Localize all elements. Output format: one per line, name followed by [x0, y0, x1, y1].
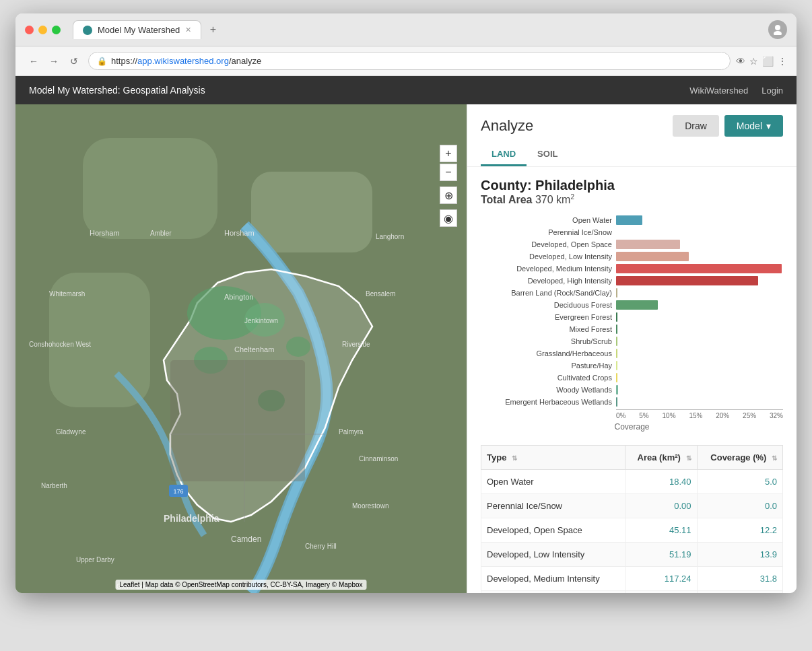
svg-rect-12 [170, 360, 305, 481]
chart-bar-label: Developed, Open Space [481, 240, 612, 248]
svg-text:Cheltenham: Cheltenham [234, 345, 274, 353]
eye-icon[interactable]: 👁 [736, 56, 745, 67]
active-tab[interactable]: Model My Watershed ✕ [73, 20, 201, 39]
chart-bar-fill [616, 215, 642, 225]
zoom-in-button[interactable]: + [440, 145, 457, 162]
maximize-button[interactable] [52, 26, 61, 34]
analysis-panel: Analyze Draw Model ▾ LAND SOIL [467, 104, 797, 593]
cast-icon[interactable]: ⬜ [762, 56, 774, 67]
locate-button[interactable]: ⊕ [440, 186, 457, 204]
forward-button[interactable]: → [45, 53, 63, 70]
wikiswatershed-link[interactable]: WikiWatershed [689, 85, 748, 96]
marker-button[interactable]: ◉ [440, 209, 457, 227]
cell-coverage: 0.0 [697, 494, 782, 518]
login-link[interactable]: Login [762, 85, 783, 96]
chart-bar-fill [616, 264, 782, 273]
tab-title: Model My Watershed [98, 25, 180, 35]
county-name: County: Philadelphia [481, 178, 783, 193]
cell-coverage: 31.8 [697, 567, 782, 591]
draw-button[interactable]: Draw [673, 115, 719, 137]
reload-button[interactable]: ↺ [65, 53, 83, 70]
tab-land[interactable]: LAND [481, 143, 527, 166]
chart-bar-area [616, 264, 783, 273]
chart-bar-label: Shrub/Scrub [481, 337, 612, 345]
chart-bar-row: Mixed Forest [481, 324, 783, 334]
chart-bar-fill [616, 312, 617, 322]
col-coverage[interactable]: Coverage (%) ⇅ [697, 446, 782, 470]
chart-bar-label: Developed, Medium Intensity [481, 265, 612, 273]
tab-soil[interactable]: SOIL [527, 143, 568, 166]
col-area[interactable]: Area (km²) ⇅ [625, 446, 697, 470]
svg-rect-5 [251, 172, 372, 252]
chart-x-label: Coverage [481, 422, 783, 432]
chart-bar-fill [616, 252, 689, 261]
chart-bar-label: Open Water [481, 216, 612, 224]
svg-text:Langhorn: Langhorn [376, 233, 404, 240]
chart-bars: Open WaterPerennial Ice/SnowDeveloped, O… [481, 215, 783, 407]
close-button[interactable] [25, 26, 34, 34]
address-actions: 👁 ☆ ⬜ ⋮ [736, 56, 787, 67]
svg-text:Palmyra: Palmyra [339, 428, 364, 436]
chart-bar-area [616, 252, 783, 261]
chart-bar-label: Deciduous Forest [481, 301, 612, 309]
cell-area: 51.19 [625, 543, 697, 567]
chart-bar-fill [616, 300, 658, 310]
chart-bar-row: Perennial Ice/Snow [481, 228, 783, 237]
new-tab-button[interactable]: + [205, 22, 220, 37]
main-layout: Horsham Whitemarsh Conshohocken West Gla… [15, 104, 797, 593]
map-container[interactable]: Horsham Whitemarsh Conshohocken West Gla… [15, 104, 467, 593]
tab-close-button[interactable]: ✕ [185, 26, 191, 34]
cell-type: Developed, Low Intensity [481, 543, 625, 567]
chart-bar-fill [616, 349, 617, 358]
chart-bar-area [616, 276, 783, 285]
address-bar[interactable]: 🔒 https://app.wikiswatershed.org/analyze [88, 52, 731, 70]
chart-bar-fill [616, 324, 617, 334]
chart-bar-row: Deciduous Forest [481, 300, 783, 310]
cell-type: Developed, High Intensity [481, 591, 625, 593]
chart-axis: 0% 5% 10% 15% 20% 25% 32% [616, 412, 783, 419]
svg-text:Horsham: Horsham [90, 229, 120, 237]
svg-text:Conshohocken West: Conshohocken West [29, 341, 91, 348]
back-button[interactable]: ← [25, 53, 42, 70]
url-domain: app.wikiswatershed.org [137, 56, 229, 66]
chart-bar-label: Pasture/Hay [481, 362, 612, 370]
chart-bar-fill [616, 337, 617, 346]
svg-text:Moorestown: Moorestown [352, 502, 388, 510]
tab-favicon [83, 26, 92, 35]
star-icon[interactable]: ☆ [749, 56, 758, 67]
svg-text:Horsham: Horsham [224, 229, 255, 237]
svg-text:Cherry Hill: Cherry Hill [305, 543, 337, 550]
app-header-links: WikiWatershed Login [689, 85, 783, 96]
table-header-row: Type ⇅ Area (km²) ⇅ Coverage (%) ⇅ [481, 446, 783, 470]
model-button[interactable]: Model ▾ [724, 115, 783, 137]
minimize-button[interactable] [38, 26, 47, 34]
table-row: Developed, High Intensity100.1327.2 [481, 591, 783, 593]
svg-text:Jenkintown: Jenkintown [244, 317, 278, 324]
chart-bar-row: Evergreen Forest [481, 312, 783, 322]
svg-text:Camden: Camden [231, 535, 261, 544]
sort-coverage-icon: ⇅ [772, 454, 777, 462]
chart-bar-row: Developed, Low Intensity [481, 252, 783, 261]
panel-title: Analyze [481, 117, 533, 135]
chart-bar-area [616, 349, 783, 358]
zoom-out-button[interactable]: − [440, 164, 457, 181]
chart-bar-fill [616, 361, 617, 370]
chart-bar-row: Cultivated Crops [481, 373, 783, 382]
svg-point-0 [775, 25, 780, 30]
lock-icon: 🔒 [97, 57, 107, 66]
chart-bar-area [616, 397, 783, 407]
chart-bar-fill [616, 385, 618, 395]
sort-area-icon: ⇅ [686, 454, 691, 462]
col-type[interactable]: Type ⇅ [481, 446, 625, 470]
chart-bar-area [616, 385, 783, 395]
cell-type: Developed, Medium Intensity [481, 567, 625, 591]
cell-coverage: 5.0 [697, 470, 782, 494]
chart-bar-label: Cultivated Crops [481, 374, 612, 382]
menu-icon[interactable]: ⋮ [778, 56, 787, 67]
chart-bar-fill [616, 288, 617, 298]
chart-container: Open WaterPerennial Ice/SnowDeveloped, O… [481, 215, 783, 432]
chart-bar-area [616, 361, 783, 370]
model-dropdown-arrow: ▾ [766, 121, 771, 131]
chart-bar-area [616, 288, 783, 298]
profile-icon[interactable] [768, 20, 787, 39]
